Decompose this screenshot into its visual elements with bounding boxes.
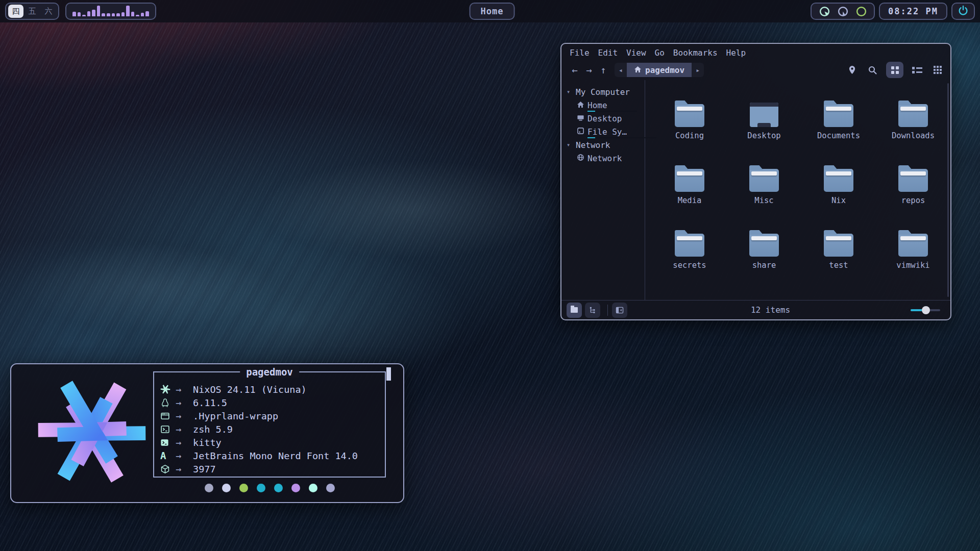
visualizer-bar [107,13,110,16]
forward-button[interactable]: → [582,63,596,77]
home-icon [634,65,642,75]
places-pane-button[interactable] [567,303,582,318]
expander-icon[interactable]: ▾ [567,141,573,148]
item-count: 12 items [630,305,911,315]
icon-view-icon [891,66,899,74]
palette-dot [274,484,283,492]
expander-icon[interactable]: ▾ [567,88,573,95]
folder-item[interactable]: repos [876,157,950,222]
visualizer-bar [112,13,115,16]
menu-bookmarks[interactable]: Bookmarks [673,48,718,58]
toggle-side-pane-button[interactable] [612,303,627,318]
workspace-button-6[interactable]: 六 [41,5,56,18]
sidebar-item-network[interactable]: Network [561,152,645,165]
top-bar-left: 四 五 六 [3,3,158,20]
folder-item[interactable]: Downloads [876,92,950,157]
visualizer-bar [97,6,101,16]
power-button[interactable] [951,3,975,20]
menu-help[interactable]: Help [726,48,746,58]
folder-item[interactable]: share [727,222,801,287]
fastfetch-output: pagedmov → NixOS 24.11 (Vicuna) → 6.11.5 [153,371,386,492]
palette-dot [239,484,248,492]
visualizer-bar [126,6,130,16]
visualizer-bar [145,11,149,17]
folder-item[interactable]: Coding [652,92,727,157]
folder-item[interactable]: Misc [727,157,801,222]
audio-visualizer [65,3,156,20]
disk-gauge-icon [854,5,868,18]
folder-item[interactable]: vimwiki [876,222,950,287]
system-gauges [811,3,875,20]
visualizer-bar [72,12,76,16]
terminal-cursor [386,367,391,381]
folder-icon [898,104,928,127]
scrollbar[interactable] [947,83,949,297]
fetch-row-font: A → JetBrains Mono Nerd Font 14.0 [160,449,385,462]
menu-edit[interactable]: Edit [598,48,618,58]
path-segment-home[interactable]: pagedmov [627,63,692,77]
home-icon [577,101,584,110]
path-scroll-left[interactable]: ◂ [615,63,627,77]
up-button[interactable]: ↑ [596,63,610,77]
folder-icon [824,234,853,257]
workspace-button-4[interactable]: 四 [8,5,23,18]
zoom-slider[interactable] [911,306,940,314]
folder-icon [898,169,928,192]
palette-dot [205,484,213,492]
palette-dot [257,484,265,492]
path-scroll-right[interactable]: ▸ [692,63,704,77]
clock[interactable]: 08:22 PM [879,3,947,20]
icon-view-button[interactable] [886,62,903,78]
folder-item[interactable]: Media [652,157,727,222]
directory-tree-button[interactable] [585,303,600,318]
folder-icon [749,169,779,192]
font-icon: A [160,450,176,461]
thumbnail-view-button[interactable] [931,63,944,77]
slider-thumb[interactable] [922,306,930,314]
palette-dot [222,484,231,492]
menu-go[interactable]: Go [655,48,665,58]
folder-icon [675,169,704,192]
sidebar-group-network[interactable]: ▾ Network [561,138,645,152]
menu-view[interactable]: View [626,48,646,58]
status-bar: 12 items [561,300,950,319]
folder-item[interactable]: Desktop [727,92,801,157]
visualizer-bar [78,12,81,16]
compact-view-button[interactable] [911,63,924,77]
terminal-window[interactable]: pagedmov → NixOS 24.11 (Vicuna) → 6.11.5 [10,363,404,503]
menu-file[interactable]: File [570,48,590,58]
location-pin-icon[interactable] [845,63,859,77]
sidebar-group-my-computer[interactable]: ▾ My Computer [561,85,645,98]
folder-icon [749,234,779,257]
visualizer-bar [121,12,125,16]
folder-item[interactable]: Nix [801,157,876,222]
visualizer-bar [87,11,91,16]
desktop: 四 五 六 Home 08:22 PM [0,0,980,551]
places-icon [571,307,578,313]
fetch-row-wm: → .Hyprland-wrapp [160,409,385,422]
sidebar-item-filesystem[interactable]: File Sy… [561,125,645,138]
folder-item[interactable]: secrets [652,222,727,287]
search-icon[interactable] [866,63,879,77]
folder-icon [824,104,853,127]
terminal-color-palette [153,484,386,492]
sidebar-item-home[interactable]: Home [561,98,645,112]
folder-item[interactable]: test [801,222,876,287]
folder-icon [675,104,704,127]
menu-bar: File Edit View Go Bookmarks Help [561,44,950,60]
workspace-button-5[interactable]: 五 [24,5,40,18]
separator [607,305,608,316]
top-bar: 四 五 六 Home 08:22 PM [0,0,980,22]
tree-icon [589,306,597,314]
toolbar: ← → ↑ ◂ pagedmov ▸ [561,60,950,80]
back-button[interactable]: ← [568,63,582,77]
visualizer-bar [131,12,135,16]
packages-icon [160,464,176,474]
sidebar: ▾ My Computer Home Desktop File Sy… ▾ [561,80,645,300]
path-bar: ◂ pagedmov ▸ [615,63,704,77]
sidebar-item-desktop[interactable]: Desktop [561,112,645,125]
visualizer-bar [92,10,95,16]
folder-item[interactable]: Documents [801,92,876,157]
shell-icon [160,424,176,434]
desktop-icon [577,114,584,123]
